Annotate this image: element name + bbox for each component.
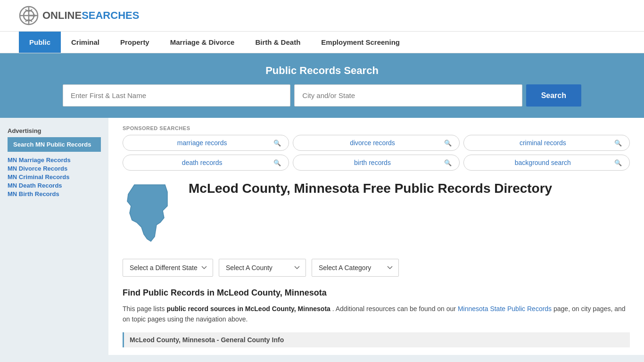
search-banner: Public Records Search Search: [0, 53, 644, 118]
sidebar: Advertising Search MN Public Records MN …: [0, 118, 108, 355]
sidebar-link-death[interactable]: MN Death Records: [8, 182, 101, 189]
pill-background-link[interactable]: background search: [471, 159, 614, 166]
county-dropdown[interactable]: Select A County: [219, 259, 306, 277]
main-container: Advertising Search MN Public Records MN …: [0, 118, 644, 355]
description-text: This page lists public record sources in…: [123, 304, 630, 325]
search-icon-birth: 🔍: [444, 159, 452, 166]
state-map: [123, 180, 179, 247]
sidebar-links: MN Marriage Records MN Divorce Records M…: [8, 156, 101, 197]
nav-item-birth[interactable]: Birth & Death: [245, 32, 311, 53]
pill-divorce-link[interactable]: divorce records: [301, 139, 444, 147]
search-form: Search: [63, 84, 581, 107]
page-title: McLeod County, Minnesota Free Public Rec…: [189, 180, 552, 197]
dropdowns-row: Select a Different State Select A County…: [123, 259, 630, 277]
search-icon-criminal: 🔍: [614, 140, 622, 147]
sidebar-link-divorce[interactable]: MN Divorce Records: [8, 165, 101, 172]
search-button[interactable]: Search: [526, 84, 581, 107]
search-icon-death: 🔍: [273, 159, 281, 166]
main-content: SPONSORED SEARCHES marriage records 🔍 di…: [108, 118, 644, 355]
location-input[interactable]: [294, 84, 522, 107]
ad-button[interactable]: Search MN Public Records: [8, 137, 101, 152]
search-icon-divorce: 🔍: [444, 140, 452, 147]
search-pills: marriage records 🔍 divorce records 🔍 cri…: [123, 135, 630, 171]
sidebar-link-criminal[interactable]: MN Criminal Records: [8, 173, 101, 181]
logo-text: ONLINESEARCHES: [42, 9, 139, 22]
advertising-label: Advertising: [8, 127, 101, 134]
logo[interactable]: ONLINESEARCHES: [19, 6, 139, 25]
pill-birth: birth records 🔍: [293, 155, 459, 171]
pill-criminal: criminal records 🔍: [463, 135, 630, 151]
pill-death-link[interactable]: death records: [131, 159, 273, 166]
page-heading: McLeod County, Minnesota Free Public Rec…: [189, 180, 552, 197]
state-records-link[interactable]: Minnesota State Public Records: [458, 305, 552, 313]
pill-divorce: divorce records 🔍: [293, 135, 459, 151]
page-title-area: McLeod County, Minnesota Free Public Rec…: [123, 180, 630, 247]
svg-marker-4: [33, 14, 37, 17]
logo-icon: [19, 6, 39, 25]
site-header: ONLINESEARCHES: [0, 0, 644, 32]
pill-marriage: marriage records 🔍: [123, 135, 289, 151]
search-icon-background: 🔍: [614, 159, 622, 166]
section-bar: McLeod County, Minnesota - General Count…: [123, 332, 630, 347]
pill-marriage-link[interactable]: marriage records: [131, 139, 273, 147]
sidebar-link-birth[interactable]: MN Birth Records: [8, 190, 101, 197]
pill-criminal-link[interactable]: criminal records: [471, 139, 614, 147]
minnesota-map-svg: [123, 180, 179, 246]
state-dropdown[interactable]: Select a Different State: [123, 259, 213, 277]
sponsored-label: SPONSORED SEARCHES: [123, 125, 630, 131]
pill-background: background search 🔍: [463, 155, 630, 171]
pill-birth-link[interactable]: birth records: [301, 159, 444, 166]
name-input[interactable]: [63, 84, 290, 107]
nav-item-property[interactable]: Property: [110, 32, 160, 53]
nav-item-public[interactable]: Public: [19, 32, 61, 53]
pill-death: death records 🔍: [123, 155, 289, 171]
sidebar-link-marriage[interactable]: MN Marriage Records: [8, 156, 101, 164]
nav-item-marriage[interactable]: Marriage & Divorce: [160, 32, 245, 53]
banner-title: Public Records Search: [19, 65, 625, 77]
category-dropdown[interactable]: Select A Category: [312, 259, 399, 277]
search-icon-marriage: 🔍: [273, 140, 281, 147]
find-heading: Find Public Records in McLeod County, Mi…: [123, 288, 630, 298]
nav-item-employment[interactable]: Employment Screening: [311, 32, 410, 53]
main-nav: Public Criminal Property Marriage & Divo…: [0, 32, 644, 53]
svg-rect-5: [28, 15, 33, 16]
nav-item-criminal[interactable]: Criminal: [61, 32, 110, 53]
